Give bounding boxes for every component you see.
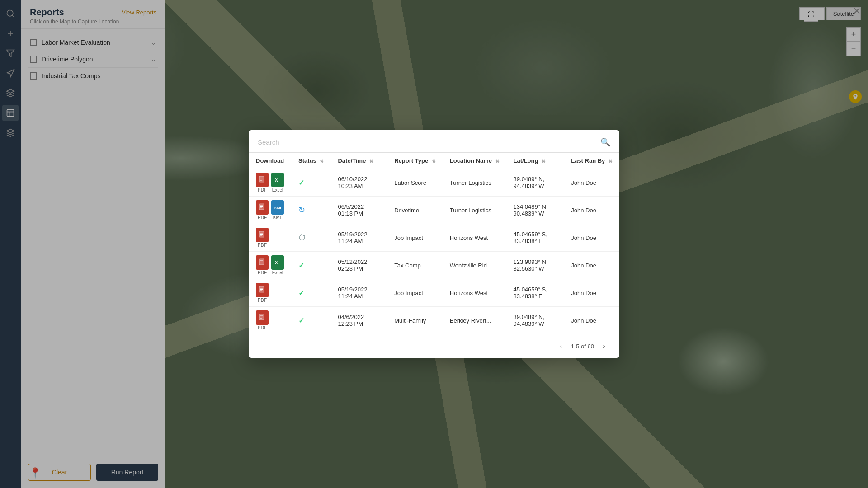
cell-location-name: Wentzville Rid...	[443, 252, 506, 279]
cell-report-type: Drivetime	[387, 197, 443, 224]
cell-status: ⏱	[291, 224, 330, 252]
modal-search-button[interactable]: 🔍	[600, 137, 610, 152]
sort-datetime-icon: ⇅	[369, 159, 373, 164]
cell-download: PDF	[249, 279, 291, 307]
download-pdf-icon[interactable]: PDF	[256, 228, 269, 248]
download-pdf-icon[interactable]: PDF	[256, 200, 269, 220]
status-check-icon: ✓	[298, 317, 304, 324]
cell-datetime: 05/19/2022 11:24 AM	[330, 224, 387, 252]
cell-datetime: 06/5/2022 01:13 PM	[330, 197, 387, 224]
table-row: PDF⏱05/19/2022 11:24 AMJob ImpactHorizon…	[249, 224, 619, 252]
sort-lastran-icon: ⇅	[609, 159, 612, 164]
cell-location-name: Horizons West	[443, 279, 506, 307]
cell-datetime: 05/19/2022 11:24 AM	[330, 279, 387, 307]
next-page-button[interactable]: ›	[598, 340, 610, 352]
reports-modal: 🔍 ✕ Download Status ⇅ Date/Ti	[249, 130, 619, 358]
modal-search-input[interactable]	[258, 138, 595, 151]
cell-datetime: 04/6/2022 12:23 PM	[330, 307, 387, 334]
col-latlong: Lat/Long ⇅	[506, 153, 564, 169]
col-datetime: Date/Time ⇅	[330, 153, 387, 169]
cell-lat-long: 123.9093° N, 32.5630° W	[506, 252, 564, 279]
svg-text:X: X	[275, 178, 278, 183]
cell-status: ✓	[291, 307, 330, 334]
modal-overlay: 🔍 ✕ Download Status ⇅ Date/Ti	[0, 0, 868, 488]
cell-download: PDFXExcel	[249, 252, 291, 279]
col-status: Status ⇅	[291, 153, 330, 169]
cell-download: PDF	[249, 307, 291, 334]
cell-last-ran-by: John Doe	[564, 252, 619, 279]
cell-status: ✓	[291, 252, 330, 279]
status-check-icon: ✓	[298, 289, 304, 297]
table-row: PDF✓04/6/2022 12:23 PMMulti-FamilyBerkle…	[249, 307, 619, 334]
cell-last-ran-by: John Doe	[564, 197, 619, 224]
cell-status: ↻	[291, 197, 330, 224]
download-pdf-icon[interactable]: PDF	[256, 255, 269, 275]
cell-location-name: Berkley Riverf...	[443, 307, 506, 334]
prev-page-button[interactable]: ‹	[555, 340, 567, 352]
cell-status: ✓	[291, 169, 330, 197]
cell-lat-long: 45.04659° S, 83.4838° E	[506, 279, 564, 307]
download-pdf-icon[interactable]: PDF	[256, 310, 269, 330]
cell-last-ran-by: John Doe	[564, 279, 619, 307]
table-row: PDF✓05/19/2022 11:24 AMJob ImpactHorizon…	[249, 279, 619, 307]
table-row: PDFXExcel✓06/10/2022 10:23 AMLabor Score…	[249, 169, 619, 197]
cell-lat-long: 45.04659° S, 83.4838° E	[506, 224, 564, 252]
download-excel-icon[interactable]: XExcel	[271, 255, 284, 275]
modal-header: 🔍 ✕	[249, 130, 619, 153]
reports-table: Download Status ⇅ Date/Time ⇅ Report Typ…	[249, 153, 619, 334]
cell-report-type: Job Impact	[387, 224, 443, 252]
cell-download: PDFXExcel	[249, 169, 291, 197]
download-excel-icon[interactable]: XExcel	[271, 173, 284, 192]
pagination-info: 1-5 of 60	[571, 343, 594, 350]
cell-location-name: Horizons West	[443, 224, 506, 252]
download-pdf-icon[interactable]: PDF	[256, 173, 269, 192]
status-loading-icon: ↻	[298, 206, 305, 215]
cell-location-name: Turner Logistics	[443, 197, 506, 224]
cell-location-name: Turner Logistics	[443, 169, 506, 197]
status-check-icon: ✓	[298, 179, 304, 187]
col-download: Download	[249, 153, 291, 169]
cell-datetime: 06/10/2022 10:23 AM	[330, 169, 387, 197]
modal-footer: ‹ 1-5 of 60 ›	[249, 334, 619, 358]
cell-last-ran-by: John Doe	[564, 169, 619, 197]
cell-report-type: Multi-Family	[387, 307, 443, 334]
cell-datetime: 05/12/2022 02:23 PM	[330, 252, 387, 279]
sort-status-icon: ⇅	[320, 159, 323, 164]
cell-lat-long: 39.0489° N, 94.4839° W	[506, 307, 564, 334]
download-kml-icon[interactable]: KMLKML	[271, 200, 284, 220]
cell-report-type: Tax Comp	[387, 252, 443, 279]
cell-lat-long: 39.0489° N, 94.4839° W	[506, 169, 564, 197]
sort-type-icon: ⇅	[432, 159, 435, 164]
sort-latlong-icon: ⇅	[542, 159, 545, 164]
status-clock-icon: ⏱	[298, 233, 307, 242]
table-body: PDFXExcel✓06/10/2022 10:23 AMLabor Score…	[249, 169, 619, 334]
svg-text:X: X	[275, 260, 278, 265]
cell-lat-long: 134.0489° N, 90.4839° W	[506, 197, 564, 224]
cell-report-type: Labor Score	[387, 169, 443, 197]
cell-download: PDFKMLKML	[249, 197, 291, 224]
download-pdf-icon[interactable]: PDF	[256, 283, 269, 303]
cell-last-ran-by: John Doe	[564, 224, 619, 252]
table-row: PDFKMLKML↻06/5/2022 01:13 PMDrivetimeTur…	[249, 197, 619, 224]
sort-location-icon: ⇅	[495, 159, 499, 164]
svg-text:KML: KML	[274, 206, 281, 210]
status-check-icon: ✓	[298, 262, 304, 269]
col-report-type: Report Type ⇅	[387, 153, 443, 169]
cell-report-type: Job Impact	[387, 279, 443, 307]
cell-download: PDF	[249, 224, 291, 252]
cell-status: ✓	[291, 279, 330, 307]
col-location: Location Name ⇅	[443, 153, 506, 169]
table-header: Download Status ⇅ Date/Time ⇅ Report Typ…	[249, 153, 619, 169]
col-lastran: Last Ran By ⇅	[564, 153, 619, 169]
table-row: PDFXExcel✓05/12/2022 02:23 PMTax CompWen…	[249, 252, 619, 279]
cell-last-ran-by: John Doe	[564, 307, 619, 334]
modal-table-wrap: Download Status ⇅ Date/Time ⇅ Report Typ…	[249, 153, 619, 334]
